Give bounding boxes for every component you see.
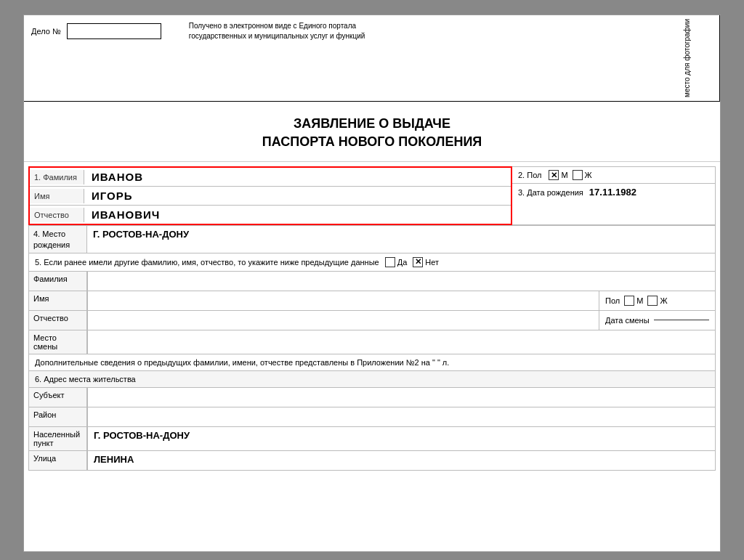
otchestvo-value: ИВАНОВИЧ <box>84 206 167 224</box>
prev-data-smeny-label: Дата смены <box>605 316 650 325</box>
prev-familiya-row: Фамилия <box>28 272 716 291</box>
prev-pol-m-label: М <box>636 296 643 305</box>
document-page: Дело № Получено в электронном виде с Еди… <box>23 15 721 552</box>
prev-otchestvo-label: Отчество <box>29 311 87 330</box>
imya-row: Имя ИГОРЬ <box>30 187 511 206</box>
place-birth-row: 4. Место рождения Г. РОСТОВ-НА-ДОНУ <box>28 225 716 253</box>
prev-names-question-row: 5. Если ранее имели другие фамилию, имя,… <box>28 253 716 272</box>
prev-otchestvo-value <box>87 311 599 330</box>
punkt-row: Населенный пункт Г. РОСТОВ-НА-ДОНУ <box>28 427 716 451</box>
pol-m-item: ✕ М <box>549 170 567 180</box>
da-item: Да <box>385 257 408 267</box>
additional-info: Дополнительные сведения о предыдущих фам… <box>35 358 449 367</box>
prev-otchestvo-row: Отчество Дата смены <box>28 311 716 330</box>
prev-imya-label: Имя <box>29 291 87 310</box>
familiya-row: 1. Фамилия ИВАНОВ <box>30 168 511 187</box>
punkt-value: Г. РОСТОВ-НА-ДОНУ <box>87 427 715 450</box>
net-item: ✕ Нет <box>413 257 439 267</box>
familiya-value: ИВАНОВ <box>84 168 150 186</box>
prev-imya-row: Имя Пол М Ж <box>28 291 716 311</box>
da-label: Да <box>397 258 408 267</box>
document-title: ЗАЯВЛЕНИЕ О ВЫДАЧЕ ПАСПОРТА НОВОГО ПОКОЛ… <box>31 115 713 151</box>
subject-label: Субъект <box>29 388 87 407</box>
prev-mesto-smeny-value <box>87 330 715 354</box>
prev-familiya-label: Фамилия <box>29 272 87 291</box>
subject-value <box>87 388 715 407</box>
delo-input[interactable] <box>67 23 161 39</box>
prev-pol-section: Пол М Ж <box>599 291 715 310</box>
ulica-value: ЛЕНИНА <box>87 451 715 470</box>
prev-data-smeny-value <box>654 320 709 320</box>
net-label: Нет <box>425 258 439 267</box>
rayon-row: Район <box>28 407 716 427</box>
prev-pol-zh: Ж <box>647 296 667 306</box>
ulica-row: Улица ЛЕНИНА <box>28 451 716 471</box>
fio-highlighted: 1. Фамилия ИВАНОВ Имя ИГОРЬ Отчество ИВА… <box>28 166 512 225</box>
pol-zh-checkbox[interactable] <box>573 170 583 180</box>
prev-mesto-smeny-label: Место смены <box>29 330 87 354</box>
prev-names-note: 5. Если ранее имели другие фамилию, имя,… <box>35 258 379 267</box>
pol-label: 2. Пол <box>518 171 541 179</box>
pol-m-label: М <box>561 171 567 179</box>
delo-row: Дело № Получено в электронном виде с Еди… <box>31 21 647 41</box>
dob-row: 3. Дата рождения 17.11.1982 <box>512 184 715 200</box>
prev-names-section: Фамилия Имя Пол М Ж <box>28 272 716 371</box>
additional-info-row: Дополнительные сведения о предыдущих фам… <box>28 354 716 371</box>
prev-pol-m-checkbox[interactable] <box>624 296 634 306</box>
prev-pol-label: Пол <box>605 296 620 305</box>
address-header-label: 6. Адрес места жительства <box>35 375 136 384</box>
prev-pol-zh-label: Ж <box>660 296 667 305</box>
received-text: Получено в электронном виде с Единого по… <box>189 21 365 41</box>
place-birth-label: 4. Место рождения <box>29 226 87 253</box>
punkt-label: Населенный пункт <box>29 427 87 450</box>
fio-gender-section: 1. Фамилия ИВАНОВ Имя ИГОРЬ Отчество ИВА… <box>28 166 716 225</box>
prev-data-smeny-section: Дата смены <box>599 311 715 330</box>
imya-label: Имя <box>30 189 84 203</box>
header-area: Дело № Получено в электронном виде с Еди… <box>24 15 720 102</box>
delo-label: Дело № <box>31 27 61 36</box>
pol-zh-label: Ж <box>585 171 592 179</box>
form-body: 1. Фамилия ИВАНОВ Имя ИГОРЬ Отчество ИВА… <box>24 166 720 471</box>
prev-pol-zh-checkbox[interactable] <box>647 296 658 306</box>
subject-row: Субъект <box>28 388 716 407</box>
pol-zh-item: Ж <box>573 170 592 180</box>
rayon-value <box>87 407 715 426</box>
prev-pol-m: М <box>624 296 643 306</box>
title-section: ЗАЯВЛЕНИЕ О ВЫДАЧЕ ПАСПОРТА НОВОГО ПОКОЛ… <box>24 102 720 162</box>
gender-row: 2. Пол ✕ М Ж <box>512 167 715 184</box>
dob-value: 17.11.1982 <box>589 187 636 198</box>
place-birth-value: Г. РОСТОВ-НА-ДОНУ <box>87 226 715 253</box>
otchestvo-label: Отчество <box>30 208 84 222</box>
net-checkbox[interactable]: ✕ <box>413 257 423 267</box>
ulica-label: Улица <box>29 451 87 470</box>
address-section: 6. Адрес места жительства Субъект Район … <box>28 371 716 471</box>
prev-mesto-smeny-row: Место смены <box>28 330 716 354</box>
address-header: 6. Адрес места жительства <box>28 371 716 388</box>
header-main: Дело № Получено в электронном виде с Еди… <box>24 15 655 101</box>
rayon-label: Район <box>29 407 87 426</box>
da-checkbox[interactable] <box>385 257 395 267</box>
photo-area: место для фотографии <box>655 15 720 101</box>
gender-dob-col: 2. Пол ✕ М Ж 3. Дата рождения 17.11.1982 <box>512 166 716 225</box>
prev-imya-value <box>87 291 599 310</box>
pol-m-checkbox[interactable]: ✕ <box>549 170 559 180</box>
prev-familiya-value <box>87 272 715 291</box>
photo-label: место для фотографии <box>683 19 691 97</box>
dob-label: 3. Дата рождения <box>518 188 583 197</box>
imya-value: ИГОРЬ <box>84 187 140 205</box>
familiya-label: 1. Фамилия <box>30 170 84 184</box>
otchestvo-row: Отчество ИВАНОВИЧ <box>30 206 511 224</box>
